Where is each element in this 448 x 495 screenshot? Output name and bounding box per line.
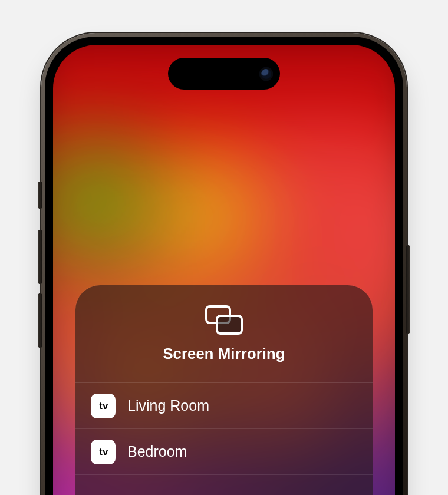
apple-tv-icon: tv bbox=[91, 440, 116, 464]
sheet-title: Screen Mirroring bbox=[163, 345, 285, 362]
dynamic-island bbox=[168, 58, 280, 90]
device-row-bedroom[interactable]: tv Bedroom bbox=[75, 429, 373, 475]
front-camera bbox=[259, 67, 273, 81]
side-button[interactable] bbox=[406, 245, 410, 334]
svg-rect-1 bbox=[217, 316, 242, 334]
screen-mirroring-icon bbox=[205, 305, 243, 335]
screen: Screen Mirroring tv Living Room tv Bedro… bbox=[53, 45, 395, 495]
apple-tv-icon: tv bbox=[91, 394, 116, 418]
device-label: Living Room bbox=[127, 397, 209, 414]
sheet-header: Screen Mirroring bbox=[75, 285, 373, 383]
volume-down-button[interactable] bbox=[38, 293, 42, 348]
iphone-bezel: Screen Mirroring tv Living Room tv Bedro… bbox=[45, 37, 403, 495]
screen-mirroring-sheet: Screen Mirroring tv Living Room tv Bedro… bbox=[75, 285, 373, 495]
silence-switch[interactable] bbox=[38, 182, 42, 209]
device-label: Bedroom bbox=[127, 443, 187, 460]
volume-up-button[interactable] bbox=[38, 230, 42, 284]
device-row-living-room[interactable]: tv Living Room bbox=[75, 383, 373, 429]
iphone-frame: Screen Mirroring tv Living Room tv Bedro… bbox=[41, 33, 407, 495]
